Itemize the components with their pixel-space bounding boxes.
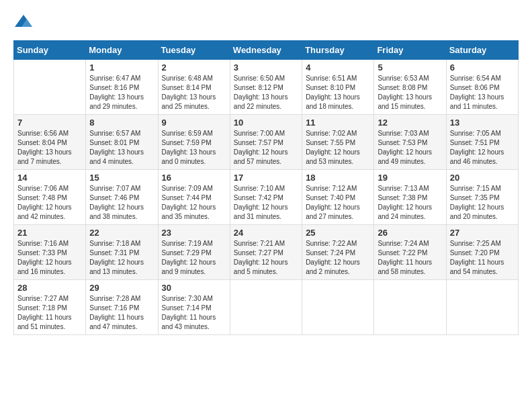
day-number: 17	[234, 173, 298, 183]
calendar-cell: 5Sunrise: 6:53 AMSunset: 8:08 PMDaylight…	[374, 60, 446, 115]
calendar-cell: 26Sunrise: 7:24 AMSunset: 7:22 PMDayligh…	[374, 225, 446, 280]
day-info: Sunrise: 7:18 AMSunset: 7:31 PMDaylight:…	[89, 239, 154, 277]
day-info: Sunrise: 6:53 AMSunset: 8:08 PMDaylight:…	[378, 74, 442, 111]
day-info: Sunrise: 6:57 AMSunset: 8:01 PMDaylight:…	[89, 129, 154, 167]
day-number: 18	[306, 173, 370, 183]
day-number: 15	[89, 173, 154, 183]
calendar-cell: 17Sunrise: 7:10 AMSunset: 7:42 PMDayligh…	[230, 170, 302, 225]
calendar-cell	[374, 280, 446, 335]
calendar-cell: 29Sunrise: 7:28 AMSunset: 7:16 PMDayligh…	[86, 280, 158, 335]
calendar-cell: 7Sunrise: 6:56 AMSunset: 8:04 PMDaylight…	[14, 115, 86, 170]
calendar-table: SundayMondayTuesdayWednesdayThursdayFrid…	[13, 40, 519, 335]
day-info: Sunrise: 6:54 AMSunset: 8:06 PMDaylight:…	[450, 74, 515, 111]
day-info: Sunrise: 7:10 AMSunset: 7:42 PMDaylight:…	[234, 184, 298, 222]
calendar-cell: 15Sunrise: 7:07 AMSunset: 7:46 PMDayligh…	[86, 170, 158, 225]
calendar-cell: 10Sunrise: 7:00 AMSunset: 7:57 PMDayligh…	[230, 115, 302, 170]
calendar-cell: 22Sunrise: 7:18 AMSunset: 7:31 PMDayligh…	[86, 225, 158, 280]
calendar-cell: 8Sunrise: 6:57 AMSunset: 8:01 PMDaylight…	[86, 115, 158, 170]
day-number: 24	[234, 228, 298, 238]
day-number: 29	[89, 283, 154, 293]
calendar-cell: 1Sunrise: 6:47 AMSunset: 8:16 PMDaylight…	[86, 60, 158, 115]
calendar-cell: 9Sunrise: 6:59 AMSunset: 7:59 PMDaylight…	[158, 115, 230, 170]
day-number: 5	[378, 62, 442, 73]
day-number: 6	[450, 62, 515, 73]
day-number: 13	[450, 118, 515, 128]
logo	[13, 13, 36, 34]
calendar-cell: 28Sunrise: 7:27 AMSunset: 7:18 PMDayligh…	[14, 280, 86, 335]
calendar-cell	[230, 280, 302, 335]
calendar-cell: 2Sunrise: 6:48 AMSunset: 8:14 PMDaylight…	[158, 60, 230, 115]
day-info: Sunrise: 7:25 AMSunset: 7:20 PMDaylight:…	[450, 239, 515, 277]
day-info: Sunrise: 7:19 AMSunset: 7:29 PMDaylight:…	[162, 239, 226, 277]
calendar-cell: 12Sunrise: 7:03 AMSunset: 7:53 PMDayligh…	[374, 115, 446, 170]
column-header-saturday: Saturday	[446, 41, 518, 60]
day-number: 9	[162, 118, 226, 128]
calendar-week-row: 1Sunrise: 6:47 AMSunset: 8:16 PMDaylight…	[14, 60, 519, 115]
day-info: Sunrise: 7:05 AMSunset: 7:51 PMDaylight:…	[450, 129, 515, 167]
day-number: 3	[234, 62, 298, 73]
day-info: Sunrise: 7:24 AMSunset: 7:22 PMDaylight:…	[378, 239, 442, 277]
day-info: Sunrise: 6:50 AMSunset: 8:12 PMDaylight:…	[234, 74, 298, 111]
column-header-tuesday: Tuesday	[158, 41, 230, 60]
day-info: Sunrise: 6:59 AMSunset: 7:59 PMDaylight:…	[162, 129, 226, 167]
day-number: 27	[450, 228, 515, 238]
day-info: Sunrise: 7:28 AMSunset: 7:16 PMDaylight:…	[89, 294, 154, 332]
day-number: 25	[306, 228, 370, 238]
column-header-monday: Monday	[86, 41, 158, 60]
calendar-cell: 27Sunrise: 7:25 AMSunset: 7:20 PMDayligh…	[446, 225, 518, 280]
day-info: Sunrise: 7:07 AMSunset: 7:46 PMDaylight:…	[89, 184, 154, 222]
day-info: Sunrise: 7:22 AMSunset: 7:24 PMDaylight:…	[306, 239, 370, 277]
day-info: Sunrise: 7:15 AMSunset: 7:35 PMDaylight:…	[450, 184, 515, 222]
day-number: 22	[89, 228, 154, 238]
day-info: Sunrise: 7:09 AMSunset: 7:44 PMDaylight:…	[162, 184, 226, 222]
day-number: 23	[162, 228, 226, 238]
page-header	[13, 13, 519, 34]
calendar-cell	[302, 280, 374, 335]
day-number: 8	[89, 118, 154, 128]
calendar-week-row: 14Sunrise: 7:06 AMSunset: 7:48 PMDayligh…	[14, 170, 519, 225]
column-header-wednesday: Wednesday	[230, 41, 302, 60]
calendar-cell: 30Sunrise: 7:30 AMSunset: 7:14 PMDayligh…	[158, 280, 230, 335]
calendar-week-row: 21Sunrise: 7:16 AMSunset: 7:33 PMDayligh…	[14, 225, 519, 280]
calendar-header-row: SundayMondayTuesdayWednesdayThursdayFrid…	[14, 41, 519, 60]
day-number: 12	[378, 118, 442, 128]
day-info: Sunrise: 7:27 AMSunset: 7:18 PMDaylight:…	[17, 294, 82, 332]
calendar-cell: 16Sunrise: 7:09 AMSunset: 7:44 PMDayligh…	[158, 170, 230, 225]
day-info: Sunrise: 7:12 AMSunset: 7:40 PMDaylight:…	[306, 184, 370, 222]
day-info: Sunrise: 6:48 AMSunset: 8:14 PMDaylight:…	[162, 74, 226, 111]
calendar-cell: 4Sunrise: 6:51 AMSunset: 8:10 PMDaylight…	[302, 60, 374, 115]
day-info: Sunrise: 6:47 AMSunset: 8:16 PMDaylight:…	[89, 74, 154, 111]
day-number: 7	[17, 118, 82, 128]
calendar-cell: 20Sunrise: 7:15 AMSunset: 7:35 PMDayligh…	[446, 170, 518, 225]
day-info: Sunrise: 7:30 AMSunset: 7:14 PMDaylight:…	[162, 294, 226, 332]
calendar-cell	[446, 280, 518, 335]
day-info: Sunrise: 7:13 AMSunset: 7:38 PMDaylight:…	[378, 184, 442, 222]
day-number: 2	[162, 62, 226, 73]
calendar-cell: 24Sunrise: 7:21 AMSunset: 7:27 PMDayligh…	[230, 225, 302, 280]
day-number: 14	[17, 173, 82, 183]
calendar-cell: 11Sunrise: 7:02 AMSunset: 7:55 PMDayligh…	[302, 115, 374, 170]
day-number: 20	[450, 173, 515, 183]
calendar-cell: 6Sunrise: 6:54 AMSunset: 8:06 PMDaylight…	[446, 60, 518, 115]
day-info: Sunrise: 7:06 AMSunset: 7:48 PMDaylight:…	[17, 184, 82, 222]
column-header-thursday: Thursday	[302, 41, 374, 60]
calendar-body: 1Sunrise: 6:47 AMSunset: 8:16 PMDaylight…	[14, 60, 519, 335]
calendar-cell: 3Sunrise: 6:50 AMSunset: 8:12 PMDaylight…	[230, 60, 302, 115]
calendar-cell: 21Sunrise: 7:16 AMSunset: 7:33 PMDayligh…	[14, 225, 86, 280]
day-number: 30	[162, 283, 226, 293]
calendar-week-row: 7Sunrise: 6:56 AMSunset: 8:04 PMDaylight…	[14, 115, 519, 170]
calendar-cell: 23Sunrise: 7:19 AMSunset: 7:29 PMDayligh…	[158, 225, 230, 280]
day-number: 28	[17, 283, 82, 293]
day-info: Sunrise: 7:02 AMSunset: 7:55 PMDaylight:…	[306, 129, 370, 167]
day-info: Sunrise: 7:16 AMSunset: 7:33 PMDaylight:…	[17, 239, 82, 277]
day-info: Sunrise: 7:21 AMSunset: 7:27 PMDaylight:…	[234, 239, 298, 277]
calendar-cell: 18Sunrise: 7:12 AMSunset: 7:40 PMDayligh…	[302, 170, 374, 225]
day-number: 16	[162, 173, 226, 183]
calendar-cell	[14, 60, 86, 115]
day-number: 21	[17, 228, 82, 238]
calendar-week-row: 28Sunrise: 7:27 AMSunset: 7:18 PMDayligh…	[14, 280, 519, 335]
day-info: Sunrise: 6:56 AMSunset: 8:04 PMDaylight:…	[17, 129, 82, 167]
calendar-cell: 14Sunrise: 7:06 AMSunset: 7:48 PMDayligh…	[14, 170, 86, 225]
calendar-cell: 19Sunrise: 7:13 AMSunset: 7:38 PMDayligh…	[374, 170, 446, 225]
calendar-cell: 25Sunrise: 7:22 AMSunset: 7:24 PMDayligh…	[302, 225, 374, 280]
